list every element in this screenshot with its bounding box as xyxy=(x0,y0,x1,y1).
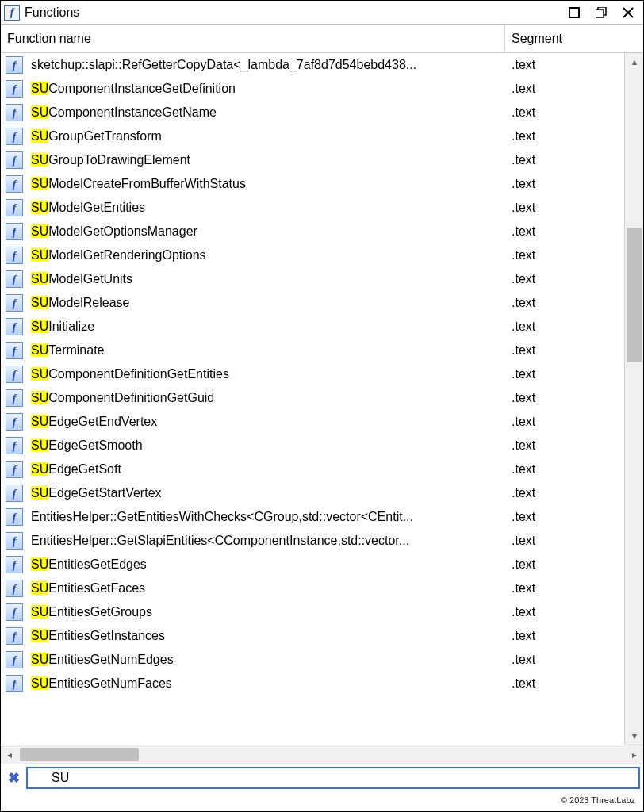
table-row[interactable]: fSUEntitiesGetNumEdges.text xyxy=(1,648,624,672)
table-row[interactable]: fSUEdgeGetSoft.text xyxy=(1,458,624,481)
function-icon: f xyxy=(6,366,23,383)
function-icon: f xyxy=(6,223,23,240)
hscrollbar-thumb[interactable] xyxy=(20,748,139,761)
function-icon: f xyxy=(6,508,23,526)
function-name: SUModelCreateFromBufferWithStatus xyxy=(31,177,505,191)
function-icon: f xyxy=(6,627,23,645)
table-row[interactable]: fSUComponentInstanceGetName.text xyxy=(1,101,624,124)
function-name: SUComponentInstanceGetName xyxy=(31,105,505,120)
function-icon: f xyxy=(6,128,23,145)
segment-value: .text xyxy=(505,486,624,500)
table-row[interactable]: fSUModelGetRenderingOptions.text xyxy=(1,243,624,267)
table-row[interactable]: fEntitiesHelper::GetEntitiesWithChecks<C… xyxy=(1,505,624,529)
function-name: SUComponentDefinitionGetEntities xyxy=(31,367,505,381)
table-row[interactable]: fSUModelGetUnits.text xyxy=(1,267,624,291)
function-icon: f xyxy=(6,651,23,668)
segment-value: .text xyxy=(505,391,624,405)
table-row[interactable]: fSUEntitiesGetNumFaces.text xyxy=(1,672,624,695)
function-name: SUEntitiesGetFaces xyxy=(31,581,505,596)
table-row[interactable]: fSUEntitiesGetEdges.text xyxy=(1,553,624,576)
table-row[interactable]: fSUTerminate.text xyxy=(1,339,624,362)
segment-value: .text xyxy=(505,557,624,572)
function-name: SUModelGetEntities xyxy=(31,201,505,215)
function-icon: f xyxy=(6,580,23,597)
segment-value: .text xyxy=(505,58,624,72)
function-icon: f xyxy=(6,247,23,264)
segment-value: .text xyxy=(505,82,624,96)
segment-value: .text xyxy=(505,462,624,477)
function-name: SUEntitiesGetNumFaces xyxy=(31,676,505,691)
function-name: SUEdgeGetSmooth xyxy=(31,439,505,453)
table-row[interactable]: fSUGroupGetTransform.text xyxy=(1,124,624,148)
table-row[interactable]: fsketchup::slapi::RefGetterCopyData<_lam… xyxy=(1,53,624,77)
function-name: SUTerminate xyxy=(31,343,505,358)
function-name: SUEntitiesGetNumEdges xyxy=(31,653,505,667)
table-row[interactable]: fSUEntitiesGetFaces.text xyxy=(1,576,624,600)
function-icon: f xyxy=(6,342,23,359)
function-name: SUEntitiesGetEdges xyxy=(31,557,505,572)
segment-value: .text xyxy=(505,105,624,120)
function-name: sketchup::slapi::RefGetterCopyData<_lamb… xyxy=(31,58,505,72)
function-icon: f xyxy=(6,294,23,312)
table-row[interactable]: fSUModelCreateFromBufferWithStatus.text xyxy=(1,172,624,196)
scrollbar-thumb[interactable] xyxy=(627,228,642,362)
segment-value: .text xyxy=(505,343,624,358)
minimize-button[interactable] xyxy=(567,6,581,20)
column-header-row: Function name Segment xyxy=(1,25,643,53)
function-name: SUEntitiesGetGroups xyxy=(31,605,505,619)
function-icon: f xyxy=(6,318,23,335)
function-icon: f xyxy=(6,199,23,216)
close-button[interactable] xyxy=(621,6,635,20)
scroll-down-icon[interactable]: ▾ xyxy=(625,727,643,745)
scroll-up-icon[interactable]: ▴ xyxy=(625,53,643,71)
table-row[interactable]: fSUEdgeGetEndVertex.text xyxy=(1,410,624,434)
segment-value: .text xyxy=(505,367,624,381)
table-row[interactable]: fSUEntitiesGetGroups.text xyxy=(1,600,624,624)
restore-button[interactable] xyxy=(594,6,608,20)
horizontal-scrollbar[interactable]: ◂ ▸ xyxy=(1,745,643,764)
segment-value: .text xyxy=(505,153,624,167)
scroll-right-icon[interactable]: ▸ xyxy=(626,745,643,764)
segment-value: .text xyxy=(505,629,624,643)
segment-value: .text xyxy=(505,248,624,262)
table-row[interactable]: fSUEntitiesGetInstances.text xyxy=(1,624,624,648)
table-row[interactable]: fSUComponentDefinitionGetGuid.text xyxy=(1,386,624,410)
function-name: SUEdgeGetSoft xyxy=(31,462,505,477)
segment-value: .text xyxy=(505,415,624,429)
close-icon xyxy=(623,7,634,18)
segment-value: .text xyxy=(505,129,624,144)
table-row[interactable]: fSUComponentInstanceGetDefinition.text xyxy=(1,77,624,101)
scroll-left-icon[interactable]: ◂ xyxy=(1,745,18,764)
segment-value: .text xyxy=(505,201,624,215)
function-name: SUEdgeGetEndVertex xyxy=(31,415,505,429)
svg-rect-0 xyxy=(569,8,579,17)
minimize-icon xyxy=(569,7,580,18)
function-name: SUEdgeGetStartVertex xyxy=(31,486,505,500)
table-row[interactable]: fSUComponentDefinitionGetEntities.text xyxy=(1,362,624,386)
vertical-scrollbar[interactable]: ▴ ▾ xyxy=(624,53,643,745)
segment-value: .text xyxy=(505,320,624,334)
table-row[interactable]: fSUModelRelease.text xyxy=(1,291,624,315)
table-row[interactable]: fSUModelGetOptionsManager.text xyxy=(1,220,624,243)
function-icon: f xyxy=(6,532,23,550)
function-name: SUComponentDefinitionGetGuid xyxy=(31,391,505,405)
table-row[interactable]: fEntitiesHelper::GetSlapiEntities<CCompo… xyxy=(1,529,624,553)
table-row[interactable]: fSUInitialize.text xyxy=(1,315,624,339)
column-header-segment[interactable]: Segment xyxy=(505,25,624,52)
clear-filter-button[interactable]: ✖ xyxy=(4,768,23,787)
function-icon: f xyxy=(6,603,23,621)
function-icon: f xyxy=(6,151,23,169)
function-icon: f xyxy=(6,104,23,121)
function-name: SUModelGetUnits xyxy=(31,272,505,286)
table-row[interactable]: fSUEdgeGetSmooth.text xyxy=(1,434,624,458)
segment-value: .text xyxy=(505,224,624,239)
column-header-name[interactable]: Function name xyxy=(1,25,505,52)
function-list[interactable]: fsketchup::slapi::RefGetterCopyData<_lam… xyxy=(1,53,624,745)
table-row[interactable]: fSUGroupToDrawingElement.text xyxy=(1,148,624,172)
function-icon: f xyxy=(6,437,23,454)
filter-input[interactable] xyxy=(26,767,640,789)
table-row[interactable]: fSUEdgeGetStartVertex.text xyxy=(1,481,624,505)
table-row[interactable]: fSUModelGetEntities.text xyxy=(1,196,624,220)
segment-value: .text xyxy=(505,534,624,548)
footer: © 2023 ThreatLabz xyxy=(1,792,643,811)
